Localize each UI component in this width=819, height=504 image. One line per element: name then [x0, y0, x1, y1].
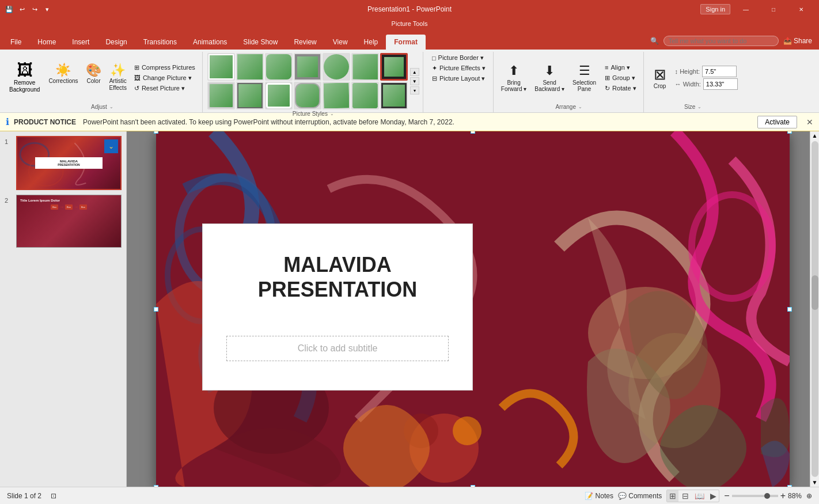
selection-pane-button[interactable]: ☰ SelectionPane — [570, 62, 599, 94]
reading-view-button[interactable]: 📖 — [692, 490, 707, 502]
arrange-expand-icon[interactable]: ⌄ — [578, 104, 582, 109]
adjust-label-text: Adjust — [91, 104, 107, 110]
tab-format[interactable]: Format — [386, 35, 426, 50]
tab-animations[interactable]: Animations — [185, 35, 235, 50]
pic-style-3[interactable] — [265, 53, 293, 81]
slide-handle-br[interactable] — [787, 485, 792, 487]
slide-handle-top[interactable] — [471, 131, 475, 134]
slide-handle-bl[interactable] — [154, 485, 158, 487]
height-input[interactable] — [702, 66, 737, 77]
picture-styles-expand-icon[interactable]: ⌄ — [330, 111, 334, 116]
slide-sorter-button[interactable]: ⊟ — [680, 490, 691, 502]
pic-style-4[interactable] — [294, 53, 321, 81]
slide-handle-right[interactable] — [787, 307, 792, 312]
artistic-effects-button[interactable]: ✨ ArtisticEffects — [107, 62, 130, 93]
rotate-button[interactable]: ↻ Rotate ▾ — [601, 84, 639, 93]
zoom-out-button[interactable]: − — [724, 491, 729, 501]
slide-handle-bottom[interactable] — [471, 485, 475, 487]
pic-style-14[interactable] — [380, 82, 408, 109]
notes-button[interactable]: 📝 Notes — [585, 492, 613, 500]
undo-icon[interactable]: ↩ — [17, 5, 26, 14]
share-button[interactable]: 📤 Share — [783, 37, 812, 45]
title-bar: 💾 ↩ ↪ ▾ Presentation1 - PowerPoint Sign … — [0, 0, 819, 18]
maximize-button[interactable]: □ — [760, 0, 787, 18]
picture-layout-button[interactable]: ⊟ Picture Layout ▾ — [429, 74, 488, 84]
sign-in-button[interactable]: Sign in — [700, 4, 730, 14]
pic-style-2[interactable] — [236, 53, 264, 81]
pic-style-8[interactable] — [207, 82, 235, 109]
pic-style-11[interactable] — [294, 82, 321, 109]
normal-view-button[interactable]: ⊞ — [667, 490, 678, 502]
gallery-up-button[interactable]: ▲ — [410, 68, 419, 76]
pic-style-6[interactable] — [351, 53, 379, 81]
send-backward-button[interactable]: ⬇ SendBackward ▾ — [532, 62, 567, 94]
vertical-scrollbar[interactable]: ▲ ▼ — [810, 131, 819, 487]
pic-style-5[interactable] — [323, 53, 350, 81]
slide-canvas[interactable]: MALAVIDAPRESENTATION Click to add subtit… — [156, 131, 790, 487]
width-input[interactable] — [703, 78, 738, 90]
pic-style-12[interactable] — [323, 82, 350, 109]
customize-qat-icon[interactable]: ▾ — [43, 5, 52, 14]
notification-icon: ℹ — [6, 116, 9, 127]
selection-pane-label: SelectionPane — [572, 79, 596, 92]
redo-icon[interactable]: ↪ — [30, 5, 39, 14]
slide-thumb-2[interactable]: Title Lorem Ipsum Dolor Box → Box → Box — [16, 195, 122, 248]
slide-handle-tr[interactable] — [787, 131, 792, 134]
size-expand-icon[interactable]: ⌄ — [697, 104, 702, 109]
search-input[interactable] — [663, 36, 779, 46]
tab-view[interactable]: View — [325, 35, 356, 50]
color-button[interactable]: 🎨 Color — [82, 62, 105, 93]
picture-styles-gallery[interactable] — [207, 53, 408, 109]
tab-home[interactable]: Home — [29, 35, 64, 50]
tab-help[interactable]: Help — [356, 35, 386, 50]
change-picture-button[interactable]: 🖼 Change Picture ▾ — [131, 73, 199, 83]
slide-layout-button[interactable]: ⊡ — [51, 492, 56, 500]
pic-style-1[interactable] — [207, 53, 235, 81]
save-icon[interactable]: 💾 — [5, 5, 14, 14]
corrections-button[interactable]: ☀️ Corrections — [46, 62, 81, 93]
pic-style-13[interactable] — [351, 82, 379, 109]
slide-handle-tl[interactable] — [154, 131, 158, 134]
scroll-down-button[interactable]: ▼ — [811, 478, 819, 487]
comments-button[interactable]: 💬 Comments — [618, 492, 662, 500]
scroll-up-button[interactable]: ▲ — [811, 131, 819, 140]
tab-insert[interactable]: Insert — [64, 35, 97, 50]
close-button[interactable]: ✕ — [788, 0, 814, 18]
canvas-area: MALAVIDAPRESENTATION Click to add subtit… — [127, 131, 819, 487]
adjust-expand-icon[interactable]: ⌄ — [109, 104, 113, 109]
tab-file[interactable]: File — [2, 35, 29, 50]
remove-background-button[interactable]: 🖼 RemoveBackground — [6, 60, 43, 95]
activate-button[interactable]: Activate — [757, 116, 797, 128]
pic-style-10[interactable] — [265, 82, 293, 109]
align-button[interactable]: ≡ Align ▾ — [601, 63, 639, 73]
minimize-button[interactable]: — — [733, 0, 759, 18]
slide-handle-left[interactable] — [154, 307, 158, 312]
presentation-view-button[interactable]: ▶ — [708, 490, 719, 502]
notification-close-button[interactable]: ✕ — [806, 118, 813, 127]
zoom-in-button[interactable]: + — [780, 491, 786, 501]
picture-border-button[interactable]: □ Picture Border ▾ — [429, 53, 487, 63]
zoom-thumb[interactable] — [764, 493, 770, 499]
zoom-slider[interactable] — [732, 495, 778, 497]
pic-style-7[interactable] — [380, 53, 408, 81]
group-button[interactable]: ⊞ Group ▾ — [601, 73, 639, 83]
ribbon-tabs: File Home Insert Design Transitions Anim… — [0, 29, 819, 50]
tab-design[interactable]: Design — [97, 35, 135, 50]
gallery-scroll-arrows: ▲ ▼ ▾ — [410, 68, 419, 94]
slide-subtitle-box[interactable]: Click to add subtitle — [226, 336, 448, 361]
pic-style-9[interactable] — [236, 82, 264, 109]
fit-slide-button[interactable]: ⊕ — [806, 492, 812, 500]
slide-thumb-1[interactable]: MALAVIDA PRESENTATION ⌄ — [16, 136, 122, 190]
tab-review[interactable]: Review — [286, 35, 324, 50]
bring-forward-button[interactable]: ⬆ BringForward ▾ — [498, 62, 529, 94]
gallery-down-button[interactable]: ▼ — [410, 77, 419, 85]
tab-slideshow[interactable]: Slide Show — [235, 35, 286, 50]
reset-picture-button[interactable]: ↺ Reset Picture ▾ — [131, 84, 199, 93]
scroll-thumb[interactable] — [812, 275, 818, 310]
gallery-more-button[interactable]: ▾ — [410, 86, 419, 94]
crop-button[interactable]: ⊠ Crop — [649, 65, 672, 91]
tab-transitions[interactable]: Transitions — [135, 35, 185, 50]
compress-pictures-button[interactable]: ⊞ Compress Pictures — [131, 63, 199, 73]
slide-content-box[interactable]: MALAVIDAPRESENTATION Click to add subtit… — [202, 223, 473, 391]
picture-effects-button[interactable]: ✦ Picture Effects ▾ — [429, 63, 489, 73]
